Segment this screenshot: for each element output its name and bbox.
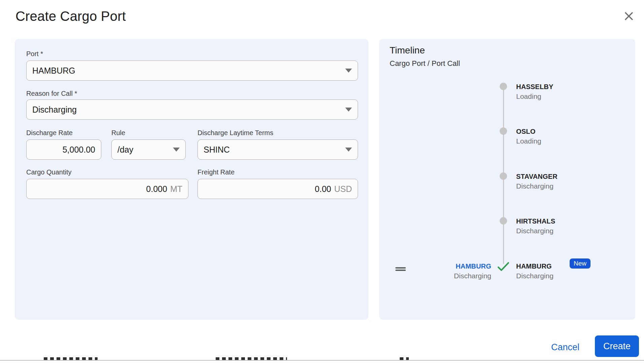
rule-label: Rule	[111, 129, 125, 137]
preview-reason: Discharging	[379, 271, 491, 281]
cargo-quantity-label: Cargo Quantity	[26, 168, 72, 176]
create-cargo-port-dialog: Create Cargo Port Port * HAMBURG Reason …	[0, 0, 644, 363]
timeline-entry-reason: Discharging	[516, 226, 555, 236]
timeline-entry-reason: Loading	[516, 136, 541, 146]
cargo-port-form-panel: Port * HAMBURG Reason for Call * Dischar…	[15, 39, 368, 320]
timeline-dot	[500, 172, 507, 180]
chevron-down-icon	[173, 148, 180, 152]
timeline-entry-reason: Loading	[516, 91, 553, 101]
reason-for-call-label: Reason for Call *	[26, 89, 77, 97]
discharge-rate-input[interactable]: 5,000.00	[26, 139, 101, 160]
timeline-entry-port: HAMBURG	[516, 262, 553, 271]
timeline-entry-oslo: OSLO Loading	[516, 127, 541, 146]
timeline-dot	[500, 217, 507, 225]
rule-select[interactable]: /day	[111, 139, 186, 160]
discharge-laytime-terms-label: Discharge Laytime Terms	[198, 129, 273, 137]
chevron-down-icon	[345, 108, 352, 112]
chevron-down-icon	[345, 69, 352, 73]
reason-for-call-select[interactable]: Discharging	[26, 99, 358, 120]
freight-rate-label: Freight Rate	[198, 168, 235, 176]
background-page-text-sliver	[400, 357, 409, 360]
discharge-rate-label: Discharge Rate	[26, 129, 73, 137]
cargo-quantity-input[interactable]: 0.000 MT	[26, 179, 188, 199]
check-icon	[497, 262, 510, 272]
cargo-quantity-unit: MT	[170, 184, 182, 194]
background-page-divider	[0, 360, 644, 361]
timeline-entry-hasselby: HASSELBY Loading	[516, 82, 553, 101]
cancel-button[interactable]: Cancel	[546, 339, 584, 355]
reason-for-call-value: Discharging	[32, 105, 341, 115]
close-button[interactable]	[621, 9, 636, 24]
timeline-entry-reason: Discharging	[516, 271, 553, 281]
background-page-text-sliver	[44, 357, 98, 360]
timeline-entry-port: STAVANGER	[516, 172, 558, 181]
timeline-entry-reason: Discharging	[516, 181, 558, 191]
cargo-quantity-value: 0.000	[32, 184, 167, 194]
timeline-entry-hamburg-new: HAMBURG Discharging	[516, 262, 553, 281]
create-button[interactable]: Create	[595, 335, 639, 357]
rule-value: /day	[117, 145, 169, 155]
timeline-subheading: Cargo Port / Port Call	[390, 59, 460, 68]
discharge-laytime-terms-value: SHINC	[204, 145, 341, 155]
timeline-entry-hirtshals: HIRTSHALS Discharging	[516, 217, 555, 236]
background-page-text-sliver	[216, 357, 287, 360]
timeline-new-entry-preview: HAMBURG Discharging	[379, 262, 491, 281]
timeline-entry-port: HIRTSHALS	[516, 217, 555, 226]
port-label: Port *	[26, 50, 43, 58]
port-select[interactable]: HAMBURG	[26, 61, 358, 81]
timeline-entry-stavanger: STAVANGER Discharging	[516, 172, 558, 191]
port-select-value: HAMBURG	[32, 66, 341, 76]
close-icon	[623, 10, 635, 22]
discharge-laytime-terms-select[interactable]: SHINC	[198, 139, 358, 160]
freight-rate-input[interactable]: 0.00 USD	[198, 179, 358, 199]
timeline-panel: Timeline Cargo Port / Port Call HASSELBY…	[379, 39, 635, 320]
timeline-heading: Timeline	[390, 45, 425, 56]
timeline-dot	[500, 127, 507, 135]
freight-rate-value: 0.00	[204, 184, 331, 194]
timeline-entry-port: HASSELBY	[516, 82, 553, 91]
new-badge: New	[570, 258, 591, 269]
chevron-down-icon	[345, 148, 352, 152]
freight-rate-unit: USD	[334, 184, 352, 194]
timeline-dot	[500, 83, 507, 90]
preview-port: HAMBURG	[379, 262, 491, 271]
dialog-title: Create Cargo Port	[15, 8, 126, 24]
discharge-rate-value: 5,000.00	[32, 145, 95, 155]
timeline-entry-port: OSLO	[516, 127, 541, 136]
